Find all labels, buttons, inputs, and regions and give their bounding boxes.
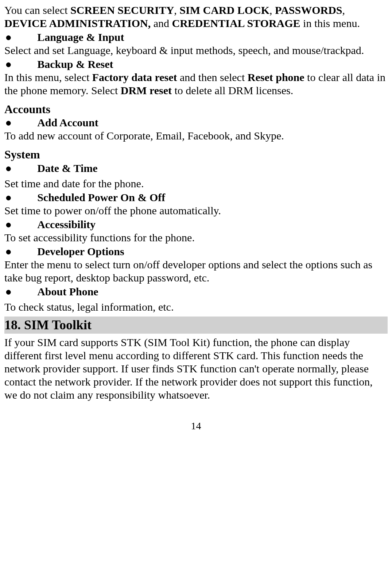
br-p4: to delete all DRM licenses. (172, 84, 293, 96)
language-input-title: Language & Input (37, 31, 124, 44)
intro-tail: in this menu. (300, 17, 360, 29)
scheduled-power-desc: Set time to power on/off the phone autom… (4, 204, 388, 217)
add-account-desc: To add new account of Corporate, Email, … (4, 129, 388, 142)
system-heading: System (4, 147, 388, 161)
br-p2: and then select (177, 71, 247, 83)
date-time-desc: Set time and date for the phone. (4, 177, 388, 190)
scheduled-power-title: Scheduled Power On & Off (37, 191, 165, 204)
accessibility-title: Accessibility (37, 218, 96, 231)
bullet-accessibility: ● Accessibility (4, 218, 388, 231)
bullet-icon: ● (5, 285, 12, 298)
intro-bold-2: SIM CARD LOCK (179, 4, 269, 16)
bullet-icon: ● (5, 191, 12, 204)
intro-sep-3: , (342, 4, 345, 16)
sim-toolkit-chapter: 18. SIM Toolkit (4, 317, 388, 334)
developer-options-desc: Enter the menu to select turn on/off dev… (4, 258, 388, 284)
bullet-icon: ● (5, 162, 12, 175)
bullet-language-input: ● Language & Input (4, 31, 388, 44)
bullet-date-time: ● Date & Time (4, 162, 388, 175)
intro-sep-1: , (174, 4, 179, 16)
backup-reset-title: Backup & Reset (37, 58, 113, 71)
add-account-title: Add Account (37, 116, 98, 129)
intro-bold-3: PASSWORDS (275, 4, 342, 16)
intro-bold-4: DEVICE ADMINISTRATION, (4, 17, 151, 29)
accounts-heading: Accounts (4, 102, 388, 116)
intro-paragraph: You can select SCREEN SECURITY, SIM CARD… (4, 4, 388, 30)
accessibility-desc: To set accessibility functions for the p… (4, 231, 388, 244)
intro-bold-1: SCREEN SECURITY (70, 4, 174, 16)
bullet-developer-options: ● Developer Options (4, 245, 388, 258)
page-number: 14 (4, 420, 388, 432)
bullet-icon: ● (5, 245, 12, 258)
br-p1: In this menu, select (4, 71, 92, 83)
sim-toolkit-desc: If your SIM card supports STK (SIM Tool … (4, 336, 388, 402)
bullet-about-phone: ● About Phone (4, 285, 388, 298)
backup-reset-desc: In this menu, select Factory data reset … (4, 71, 388, 97)
bullet-icon: ● (5, 218, 12, 231)
about-phone-title: About Phone (37, 285, 98, 298)
bullet-backup-reset: ● Backup & Reset (4, 58, 388, 71)
developer-options-title: Developer Options (37, 245, 124, 258)
br-b2: Reset phone (248, 71, 304, 83)
bullet-scheduled-power: ● Scheduled Power On & Off (4, 191, 388, 204)
about-phone-desc: To check status, legal information, etc. (4, 300, 388, 314)
intro-bold-5: CREDENTIAL STORAGE (172, 17, 300, 29)
bullet-icon: ● (5, 116, 12, 129)
date-time-title: Date & Time (37, 162, 98, 175)
bullet-icon: ● (5, 58, 12, 71)
intro-sep-2: , (269, 4, 275, 16)
intro-sep-4: and (151, 17, 172, 29)
language-input-desc: Select and set Language, keyboard & inpu… (4, 44, 388, 57)
intro-text: You can select (4, 4, 70, 16)
br-b1: Factory data reset (92, 71, 177, 83)
bullet-add-account: ● Add Account (4, 116, 388, 129)
bullet-icon: ● (5, 31, 12, 44)
br-b3: DRM reset (121, 84, 172, 96)
